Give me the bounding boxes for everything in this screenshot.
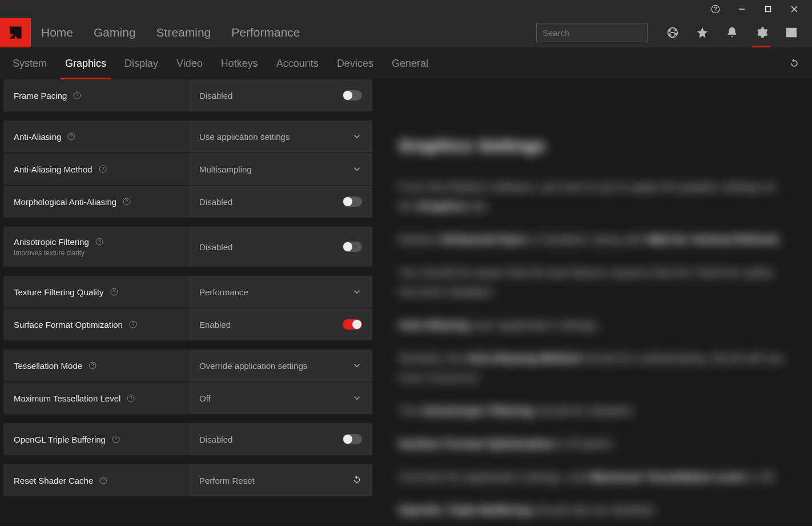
- setting-label-aa-method: Anti-Aliasing Method: [3, 153, 189, 185]
- top-navbar: Home Gaming Streaming Performance: [0, 18, 812, 47]
- setting-value: Perform Reset: [199, 476, 255, 485]
- setting-value: Disabled: [199, 91, 232, 101]
- setting-label-ogl-triple: OpenGL Triple Buffering: [3, 423, 189, 455]
- setting-value: Disabled: [199, 197, 232, 207]
- help-icon[interactable]: [111, 435, 120, 444]
- amd-logo[interactable]: [0, 18, 31, 47]
- close-button[interactable]: [781, 0, 807, 18]
- settings-panel: Frame Pacing Disabled Anti-Aliasing Use …: [0, 79, 376, 526]
- setting-label-morph-aa: Morphological Anti-Aliasing: [3, 186, 189, 218]
- dropdown-max-tess[interactable]: Off: [189, 382, 372, 414]
- setting-value: Off: [199, 394, 211, 403]
- toggle-frame-pacing[interactable]: [343, 90, 362, 101]
- help-icon[interactable]: [73, 91, 82, 100]
- setting-control-ogl-triple: Disabled: [189, 423, 372, 455]
- button-reset-shader[interactable]: Perform Reset: [189, 464, 372, 496]
- help-icon[interactable]: [122, 197, 131, 206]
- svg-rect-6: [787, 29, 797, 37]
- help-icon[interactable]: [702, 0, 729, 18]
- svg-rect-3: [766, 6, 771, 11]
- tab-accounts[interactable]: Accounts: [267, 47, 328, 79]
- reset-icon: [352, 475, 362, 487]
- setting-value: Multisampling: [199, 164, 252, 174]
- reset-icon: [789, 58, 800, 69]
- chevron-down-icon: [352, 164, 362, 174]
- tab-video[interactable]: Video: [167, 47, 212, 79]
- tab-system[interactable]: System: [3, 47, 56, 79]
- minimize-button[interactable]: [729, 0, 755, 18]
- dropdown-tex-filter[interactable]: Performance: [189, 276, 372, 308]
- help-icon[interactable]: [95, 237, 104, 246]
- reset-defaults-button[interactable]: [780, 47, 809, 79]
- nav-home[interactable]: Home: [31, 18, 83, 47]
- setting-control-morph-aa: Disabled: [189, 186, 372, 218]
- web-icon[interactable]: [658, 18, 688, 47]
- setting-label-surface-format: Surface Format Optimization: [3, 308, 189, 340]
- top-icons: [658, 18, 812, 47]
- toggle-surface-format[interactable]: [343, 319, 362, 330]
- setting-value: Override application settings: [199, 361, 307, 371]
- main-menu: Home Gaming Streaming Performance: [31, 18, 311, 47]
- chevron-down-icon: [352, 287, 362, 297]
- toggle-ogl-triple[interactable]: [343, 434, 362, 444]
- setting-hint: Improves texture clarity: [14, 249, 179, 257]
- help-icon[interactable]: [128, 320, 138, 329]
- setting-value: Enabled: [199, 320, 231, 330]
- setting-control-surface-format: Enabled: [189, 308, 372, 340]
- toggle-anisotropic[interactable]: [343, 242, 362, 252]
- help-icon[interactable]: [67, 132, 76, 141]
- star-icon[interactable]: [688, 18, 717, 47]
- setting-label-tex-filter: Texture Filtering Quality: [3, 276, 189, 308]
- dropdown-tess-mode[interactable]: Override application settings: [189, 350, 372, 382]
- help-icon[interactable]: [99, 476, 108, 485]
- setting-value: Use application settings: [199, 132, 290, 142]
- tab-general[interactable]: General: [383, 47, 437, 79]
- setting-control-frame-pacing: Disabled: [189, 79, 372, 111]
- help-icon[interactable]: [98, 164, 107, 174]
- setting-value: Disabled: [199, 242, 232, 252]
- chevron-down-icon: [352, 131, 362, 142]
- settings-subnav: System Graphics Display Video Hotkeys Ac…: [0, 47, 812, 79]
- svg-point-1: [715, 11, 715, 11]
- setting-label-frame-pacing: Frame Pacing: [3, 79, 189, 111]
- dropdown-aa-method[interactable]: Multisampling: [189, 153, 372, 185]
- tab-devices[interactable]: Devices: [328, 47, 383, 79]
- setting-value: Performance: [199, 287, 248, 297]
- sidebar-toggle-icon[interactable]: [777, 18, 806, 47]
- dropdown-anti-aliasing[interactable]: Use application settings: [189, 121, 372, 152]
- bell-icon[interactable]: [717, 18, 747, 47]
- article-title: Graphics Settings: [399, 131, 789, 160]
- titlebar: [0, 0, 812, 18]
- tab-display[interactable]: Display: [115, 47, 167, 79]
- setting-label-tess-mode: Tessellation Mode: [3, 350, 189, 382]
- setting-label-max-tess: Maximum Tessellation Level: [3, 382, 189, 414]
- setting-label-reset-shader: Reset Shader Cache: [3, 464, 189, 496]
- settings-icon[interactable]: [747, 18, 777, 47]
- toggle-morph-aa[interactable]: [343, 196, 362, 207]
- setting-label-anisotropic: Anisotropic Filtering Improves texture c…: [3, 227, 189, 267]
- help-article: Graphics Settings From the Radeon softwa…: [376, 79, 812, 526]
- chevron-down-icon: [352, 393, 362, 403]
- setting-control-anisotropic: Disabled: [189, 227, 372, 267]
- nav-gaming[interactable]: Gaming: [83, 18, 146, 47]
- search-box[interactable]: [536, 23, 648, 42]
- help-icon[interactable]: [110, 287, 119, 296]
- tab-graphics[interactable]: Graphics: [56, 47, 115, 79]
- maximize-button[interactable]: [755, 0, 781, 18]
- setting-value: Disabled: [199, 435, 232, 444]
- chevron-down-icon: [352, 360, 362, 371]
- tab-hotkeys[interactable]: Hotkeys: [212, 47, 267, 79]
- search-input[interactable]: [542, 28, 651, 38]
- nav-streaming[interactable]: Streaming: [146, 18, 222, 47]
- help-icon[interactable]: [88, 361, 97, 370]
- nav-performance[interactable]: Performance: [221, 18, 310, 47]
- help-icon[interactable]: [126, 394, 135, 403]
- setting-label-anti-aliasing: Anti-Aliasing: [3, 121, 189, 152]
